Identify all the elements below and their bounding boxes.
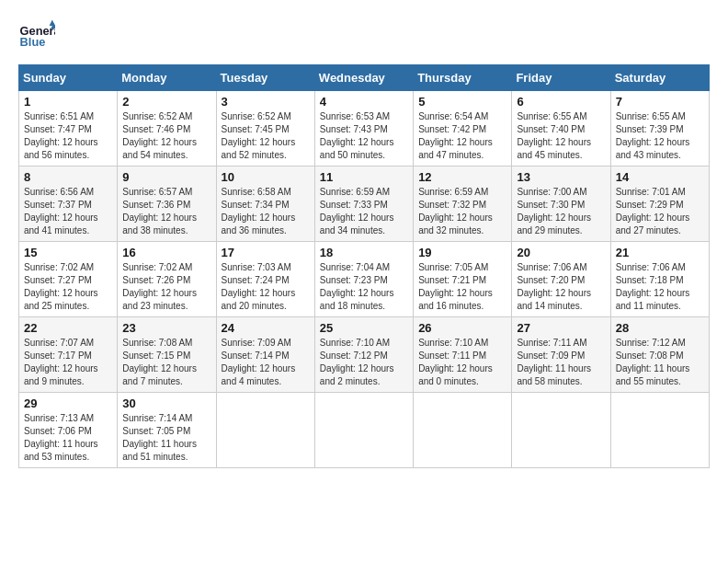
day-number: 11 bbox=[320, 170, 408, 184]
day-number: 30 bbox=[122, 396, 210, 410]
day-number: 14 bbox=[616, 170, 704, 184]
day-number: 24 bbox=[222, 321, 310, 335]
day-info: Sunrise: 6:51 AM Sunset: 7:47 PM Dayligh… bbox=[24, 110, 112, 162]
day-number: 3 bbox=[222, 95, 310, 109]
calendar-cell bbox=[414, 393, 512, 468]
weekday-header-monday: Monday bbox=[118, 65, 216, 91]
day-number: 1 bbox=[24, 95, 112, 109]
day-number: 16 bbox=[122, 246, 210, 259]
calendar-week-row: 8 Sunrise: 6:56 AM Sunset: 7:37 PM Dayli… bbox=[19, 167, 710, 242]
weekday-header-thursday: Thursday bbox=[414, 65, 512, 91]
day-info: Sunrise: 7:09 AM Sunset: 7:14 PM Dayligh… bbox=[222, 337, 310, 388]
day-number: 15 bbox=[24, 246, 112, 259]
calendar-cell: 19 Sunrise: 7:05 AM Sunset: 7:21 PM Dayl… bbox=[414, 242, 512, 317]
calendar-cell: 24 Sunrise: 7:09 AM Sunset: 7:14 PM Dayl… bbox=[216, 317, 314, 393]
day-number: 13 bbox=[517, 170, 605, 184]
day-info: Sunrise: 6:55 AM Sunset: 7:39 PM Dayligh… bbox=[616, 110, 704, 162]
day-number: 10 bbox=[222, 170, 310, 184]
day-info: Sunrise: 6:52 AM Sunset: 7:45 PM Dayligh… bbox=[222, 110, 310, 162]
calendar-cell: 2 Sunrise: 6:52 AM Sunset: 7:46 PM Dayli… bbox=[118, 91, 216, 167]
day-number: 2 bbox=[122, 95, 210, 109]
calendar-cell bbox=[314, 393, 413, 468]
day-info: Sunrise: 6:58 AM Sunset: 7:34 PM Dayligh… bbox=[222, 186, 310, 237]
calendar-cell: 17 Sunrise: 7:03 AM Sunset: 7:24 PM Dayl… bbox=[216, 242, 314, 317]
day-number: 19 bbox=[418, 246, 506, 259]
calendar-cell: 9 Sunrise: 6:57 AM Sunset: 7:36 PM Dayli… bbox=[118, 167, 216, 242]
calendar-cell: 10 Sunrise: 6:58 AM Sunset: 7:34 PM Dayl… bbox=[216, 167, 314, 242]
day-number: 18 bbox=[320, 246, 408, 259]
calendar-cell: 8 Sunrise: 6:56 AM Sunset: 7:37 PM Dayli… bbox=[19, 167, 118, 242]
day-info: Sunrise: 7:08 AM Sunset: 7:15 PM Dayligh… bbox=[122, 337, 210, 388]
day-number: 4 bbox=[320, 95, 408, 109]
calendar-header-row: SundayMondayTuesdayWednesdayThursdayFrid… bbox=[19, 65, 710, 91]
calendar-cell: 14 Sunrise: 7:01 AM Sunset: 7:29 PM Dayl… bbox=[610, 167, 709, 242]
calendar-cell: 22 Sunrise: 7:07 AM Sunset: 7:17 PM Dayl… bbox=[19, 317, 118, 393]
day-number: 21 bbox=[616, 246, 704, 259]
day-number: 12 bbox=[418, 170, 506, 184]
svg-text:Blue: Blue bbox=[20, 35, 46, 49]
calendar-cell: 3 Sunrise: 6:52 AM Sunset: 7:45 PM Dayli… bbox=[216, 91, 314, 167]
day-number: 28 bbox=[616, 321, 704, 335]
calendar-cell: 7 Sunrise: 6:55 AM Sunset: 7:39 PM Dayli… bbox=[610, 91, 709, 167]
day-info: Sunrise: 7:04 AM Sunset: 7:23 PM Dayligh… bbox=[320, 261, 408, 313]
calendar-cell: 21 Sunrise: 7:06 AM Sunset: 7:18 PM Dayl… bbox=[610, 242, 709, 317]
weekday-header-friday: Friday bbox=[512, 65, 610, 91]
day-number: 22 bbox=[24, 321, 112, 335]
calendar-cell: 12 Sunrise: 6:59 AM Sunset: 7:32 PM Dayl… bbox=[414, 167, 512, 242]
day-info: Sunrise: 7:05 AM Sunset: 7:21 PM Dayligh… bbox=[418, 261, 506, 313]
day-info: Sunrise: 7:02 AM Sunset: 7:26 PM Dayligh… bbox=[122, 261, 210, 313]
calendar-cell bbox=[216, 393, 314, 468]
day-info: Sunrise: 7:14 AM Sunset: 7:05 PM Dayligh… bbox=[122, 412, 210, 464]
day-number: 9 bbox=[122, 170, 210, 184]
day-info: Sunrise: 6:59 AM Sunset: 7:33 PM Dayligh… bbox=[320, 186, 408, 237]
calendar-table: SundayMondayTuesdayWednesdayThursdayFrid… bbox=[18, 64, 710, 468]
weekday-header-wednesday: Wednesday bbox=[314, 65, 413, 91]
day-info: Sunrise: 7:10 AM Sunset: 7:12 PM Dayligh… bbox=[320, 337, 408, 388]
calendar-cell: 23 Sunrise: 7:08 AM Sunset: 7:15 PM Dayl… bbox=[118, 317, 216, 393]
day-number: 25 bbox=[320, 321, 408, 335]
logo: General Blue bbox=[18, 18, 61, 55]
day-info: Sunrise: 7:06 AM Sunset: 7:20 PM Dayligh… bbox=[517, 261, 605, 313]
day-info: Sunrise: 7:13 AM Sunset: 7:06 PM Dayligh… bbox=[24, 412, 112, 464]
day-number: 29 bbox=[24, 396, 112, 410]
calendar-cell: 28 Sunrise: 7:12 AM Sunset: 7:08 PM Dayl… bbox=[610, 317, 709, 393]
day-number: 7 bbox=[616, 95, 704, 109]
calendar-week-row: 1 Sunrise: 6:51 AM Sunset: 7:47 PM Dayli… bbox=[19, 91, 710, 167]
weekday-header-tuesday: Tuesday bbox=[216, 65, 314, 91]
calendar-cell: 5 Sunrise: 6:54 AM Sunset: 7:42 PM Dayli… bbox=[414, 91, 512, 167]
page-header: General Blue bbox=[18, 18, 710, 55]
day-info: Sunrise: 7:12 AM Sunset: 7:08 PM Dayligh… bbox=[616, 337, 704, 388]
calendar-cell: 27 Sunrise: 7:11 AM Sunset: 7:09 PM Dayl… bbox=[512, 317, 610, 393]
day-info: Sunrise: 7:01 AM Sunset: 7:29 PM Dayligh… bbox=[616, 186, 704, 237]
day-info: Sunrise: 6:59 AM Sunset: 7:32 PM Dayligh… bbox=[418, 186, 506, 237]
day-number: 8 bbox=[24, 170, 112, 184]
calendar-week-row: 15 Sunrise: 7:02 AM Sunset: 7:27 PM Dayl… bbox=[19, 242, 710, 317]
day-info: Sunrise: 7:00 AM Sunset: 7:30 PM Dayligh… bbox=[517, 186, 605, 237]
weekday-header-sunday: Sunday bbox=[19, 65, 118, 91]
calendar-cell: 4 Sunrise: 6:53 AM Sunset: 7:43 PM Dayli… bbox=[314, 91, 413, 167]
calendar-cell: 1 Sunrise: 6:51 AM Sunset: 7:47 PM Dayli… bbox=[19, 91, 118, 167]
calendar-cell bbox=[512, 393, 610, 468]
calendar-cell: 18 Sunrise: 7:04 AM Sunset: 7:23 PM Dayl… bbox=[314, 242, 413, 317]
calendar-cell: 29 Sunrise: 7:13 AM Sunset: 7:06 PM Dayl… bbox=[19, 393, 118, 468]
calendar-cell: 20 Sunrise: 7:06 AM Sunset: 7:20 PM Dayl… bbox=[512, 242, 610, 317]
calendar-cell: 11 Sunrise: 6:59 AM Sunset: 7:33 PM Dayl… bbox=[314, 167, 413, 242]
day-info: Sunrise: 7:03 AM Sunset: 7:24 PM Dayligh… bbox=[222, 261, 310, 313]
day-info: Sunrise: 7:07 AM Sunset: 7:17 PM Dayligh… bbox=[24, 337, 112, 388]
day-number: 17 bbox=[222, 246, 310, 259]
day-info: Sunrise: 7:06 AM Sunset: 7:18 PM Dayligh… bbox=[616, 261, 704, 313]
day-info: Sunrise: 6:55 AM Sunset: 7:40 PM Dayligh… bbox=[517, 110, 605, 162]
calendar-cell: 6 Sunrise: 6:55 AM Sunset: 7:40 PM Dayli… bbox=[512, 91, 610, 167]
day-number: 26 bbox=[418, 321, 506, 335]
calendar-week-row: 29 Sunrise: 7:13 AM Sunset: 7:06 PM Dayl… bbox=[19, 393, 710, 468]
calendar-cell: 25 Sunrise: 7:10 AM Sunset: 7:12 PM Dayl… bbox=[314, 317, 413, 393]
day-info: Sunrise: 6:57 AM Sunset: 7:36 PM Dayligh… bbox=[122, 186, 210, 237]
calendar-week-row: 22 Sunrise: 7:07 AM Sunset: 7:17 PM Dayl… bbox=[19, 317, 710, 393]
day-number: 20 bbox=[517, 246, 605, 259]
day-number: 27 bbox=[517, 321, 605, 335]
day-info: Sunrise: 6:54 AM Sunset: 7:42 PM Dayligh… bbox=[418, 110, 506, 162]
day-info: Sunrise: 6:52 AM Sunset: 7:46 PM Dayligh… bbox=[122, 110, 210, 162]
calendar-cell bbox=[610, 393, 709, 468]
calendar-cell: 26 Sunrise: 7:10 AM Sunset: 7:11 PM Dayl… bbox=[414, 317, 512, 393]
day-number: 5 bbox=[418, 95, 506, 109]
